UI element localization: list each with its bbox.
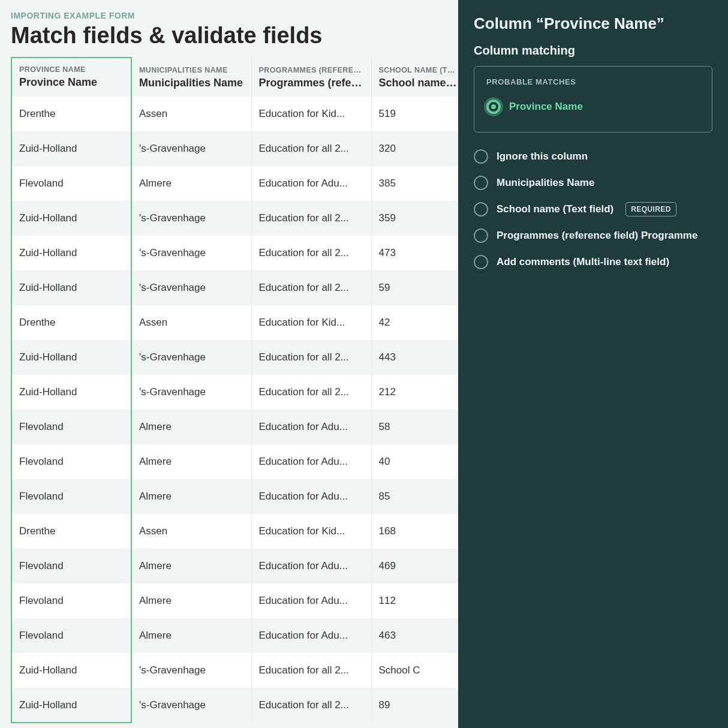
column-header[interactable]: MUNICIPALITIES NAMEMunicipalities Name <box>131 58 251 97</box>
table-cell[interactable]: Education for Adu... <box>251 479 371 514</box>
table-cell[interactable]: Flevoland <box>11 618 131 653</box>
table-cell[interactable]: 469 <box>371 549 458 583</box>
match-option[interactable]: Add comments (Multi-line text field) <box>474 249 712 275</box>
table-cell[interactable]: Education for Adu... <box>251 444 371 479</box>
radio-icon <box>474 228 488 243</box>
table-cell[interactable]: Education for all 2... <box>251 236 371 270</box>
table-cell[interactable]: 's-Gravenhage <box>131 270 251 305</box>
table-row: FlevolandAlmereEducation for Adu...58 <box>11 410 458 444</box>
table-cell[interactable]: 's-Gravenhage <box>131 131 251 166</box>
table-cell[interactable]: Education for Adu... <box>251 166 371 201</box>
radio-icon <box>474 202 488 216</box>
table-cell[interactable]: 's-Gravenhage <box>131 688 251 723</box>
table-row: Zuid-Holland's-GravenhageEducation for a… <box>11 375 458 410</box>
table-cell[interactable]: 's-Gravenhage <box>131 375 251 410</box>
table-cell[interactable]: Zuid-Holland <box>11 201 131 236</box>
table-cell[interactable]: 's-Gravenhage <box>131 201 251 236</box>
table-cell[interactable]: 40 <box>371 444 458 479</box>
table-cell[interactable]: 463 <box>371 618 458 653</box>
table-cell[interactable]: Zuid-Holland <box>11 270 131 305</box>
panel-subtitle: Column matching <box>474 44 712 58</box>
table-cell[interactable]: Flevoland <box>11 444 131 479</box>
table-cell[interactable]: 's-Gravenhage <box>131 236 251 270</box>
table-cell[interactable]: Zuid-Holland <box>11 236 131 270</box>
table-row: DrentheAssenEducation for Kid...519 <box>11 97 458 131</box>
table-cell[interactable]: Flevoland <box>11 583 131 618</box>
table-cell[interactable]: Education for Kid... <box>251 305 371 340</box>
match-option[interactable]: School name (Text field)REQUIRED <box>474 196 712 222</box>
table-cell[interactable]: Zuid-Holland <box>11 688 131 723</box>
table-cell[interactable]: Flevoland <box>11 166 131 201</box>
match-option-label: Programmes (reference field) Programme <box>497 230 697 242</box>
table-cell[interactable]: 89 <box>371 688 458 723</box>
table-cell[interactable]: Almere <box>131 583 251 618</box>
table-cell[interactable]: Zuid-Holland <box>11 653 131 688</box>
column-mapped-label: Municipalities Name <box>139 77 244 89</box>
table-cell[interactable]: Flevoland <box>11 549 131 583</box>
table-cell[interactable]: 59 <box>371 270 458 305</box>
table-cell[interactable]: Assen <box>131 97 251 131</box>
table-cell[interactable]: Education for Kid... <box>251 97 371 131</box>
table-cell[interactable]: Zuid-Holland <box>11 131 131 166</box>
table-cell[interactable]: Assen <box>131 305 251 340</box>
table-cell[interactable]: Almere <box>131 410 251 444</box>
radio-icon <box>474 255 488 269</box>
column-source-label: PROGRAMMES (REFERENC... <box>259 66 364 74</box>
table-cell[interactable]: 's-Gravenhage <box>131 340 251 375</box>
match-option[interactable]: Province Name <box>486 94 700 120</box>
table-cell[interactable]: 473 <box>371 236 458 270</box>
table-row: Zuid-Holland's-GravenhageEducation for a… <box>11 236 458 270</box>
required-badge: REQUIRED <box>625 202 676 216</box>
match-option[interactable]: Municipalities Name <box>474 170 712 196</box>
table-row: Zuid-Holland's-GravenhageEducation for a… <box>11 201 458 236</box>
table-cell[interactable]: Education for Adu... <box>251 583 371 618</box>
table-cell[interactable]: School C <box>371 653 458 688</box>
table-cell[interactable]: 359 <box>371 201 458 236</box>
table-cell[interactable]: Drenthe <box>11 514 131 549</box>
table-cell[interactable]: 85 <box>371 479 458 514</box>
table-cell[interactable]: Education for all 2... <box>251 131 371 166</box>
column-header[interactable]: PROVINCE NAMEProvince Name <box>11 58 131 97</box>
table-cell[interactable]: 320 <box>371 131 458 166</box>
table-cell[interactable]: Almere <box>131 166 251 201</box>
table-cell[interactable]: Assen <box>131 514 251 549</box>
table-cell[interactable]: 112 <box>371 583 458 618</box>
table-cell[interactable]: 385 <box>371 166 458 201</box>
table-cell[interactable]: Education for Kid... <box>251 514 371 549</box>
table-cell[interactable]: Zuid-Holland <box>11 375 131 410</box>
table-cell[interactable]: Zuid-Holland <box>11 340 131 375</box>
table-cell[interactable]: Education for Adu... <box>251 549 371 583</box>
table-cell[interactable]: Education for all 2... <box>251 201 371 236</box>
match-option[interactable]: Ignore this column <box>474 143 712 170</box>
table-row: Zuid-Holland's-GravenhageEducation for a… <box>11 688 458 723</box>
table-cell[interactable]: 's-Gravenhage <box>131 653 251 688</box>
table-cell[interactable]: Almere <box>131 549 251 583</box>
table-cell[interactable]: Almere <box>131 479 251 514</box>
table-cell[interactable]: 519 <box>371 97 458 131</box>
table-cell[interactable]: 212 <box>371 375 458 410</box>
column-source-label: MUNICIPALITIES NAME <box>139 66 244 74</box>
table-cell[interactable]: Education for all 2... <box>251 270 371 305</box>
table-cell[interactable]: 443 <box>371 340 458 375</box>
table-cell[interactable]: Flevoland <box>11 479 131 514</box>
column-header[interactable]: SCHOOL NAME (TEXT F...School name (Text.… <box>371 58 458 97</box>
table-cell[interactable]: Education for all 2... <box>251 688 371 723</box>
table-cell[interactable]: Drenthe <box>11 97 131 131</box>
match-option[interactable]: Programmes (reference field) Programme <box>474 222 712 249</box>
table-cell[interactable]: Flevoland <box>11 410 131 444</box>
table-cell[interactable]: Education for Adu... <box>251 618 371 653</box>
table-cell[interactable]: Almere <box>131 618 251 653</box>
column-mapped-label: Programmes (refer... <box>259 77 364 89</box>
table-cell[interactable]: Education for all 2... <box>251 653 371 688</box>
table-cell[interactable]: 42 <box>371 305 458 340</box>
table-cell[interactable]: Almere <box>131 444 251 479</box>
table-row: FlevolandAlmereEducation for Adu...85 <box>11 479 458 514</box>
table-cell[interactable]: Education for all 2... <box>251 375 371 410</box>
table-cell[interactable]: Drenthe <box>11 305 131 340</box>
table-cell[interactable]: Education for all 2... <box>251 340 371 375</box>
table-cell[interactable]: 58 <box>371 410 458 444</box>
column-header[interactable]: PROGRAMMES (REFERENC...Programmes (refer… <box>251 58 371 97</box>
table-cell[interactable]: Education for Adu... <box>251 410 371 444</box>
radio-icon <box>486 100 501 114</box>
table-cell[interactable]: 168 <box>371 514 458 549</box>
